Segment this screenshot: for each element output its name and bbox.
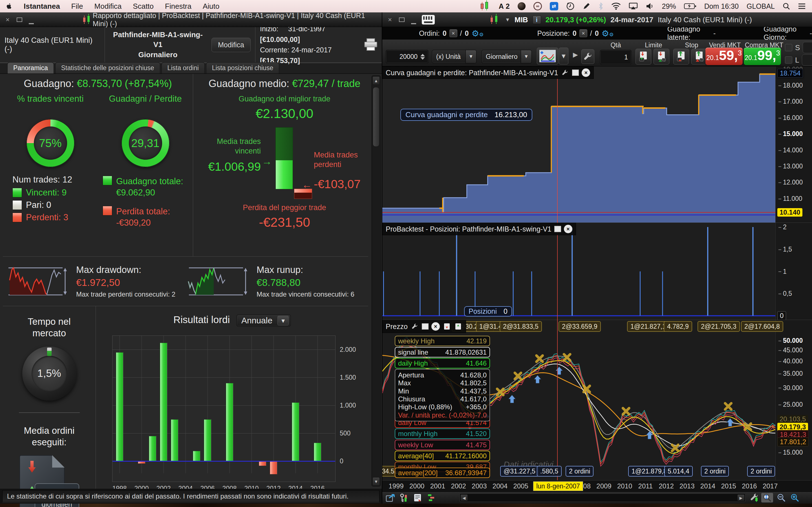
tab-lista-posizioni-chiuse[interactable]: Lista posizioni chiuse bbox=[206, 62, 279, 73]
list-icon[interactable] bbox=[798, 2, 806, 11]
wrench-icon[interactable] bbox=[581, 49, 594, 64]
cancel-orders-icon[interactable]: × bbox=[449, 29, 457, 37]
positions-chip[interactable]: Posizioni0 bbox=[464, 306, 512, 317]
wrench-icon[interactable] bbox=[561, 68, 569, 77]
sphere-icon[interactable] bbox=[518, 2, 525, 11]
timeframe-select[interactable]: Giornaliero▼ bbox=[481, 50, 532, 63]
trade-marker-chip[interactable]: 4.782,9 bbox=[664, 321, 692, 332]
volume-icon[interactable] bbox=[646, 2, 654, 11]
adobe-icon[interactable]: A 2 bbox=[499, 2, 510, 11]
stop-sell-button[interactable] bbox=[673, 49, 689, 64]
menu-item-scatto[interactable]: Scatto bbox=[133, 2, 154, 11]
notes-icon[interactable] bbox=[412, 493, 423, 503]
close-icon[interactable]: × bbox=[581, 68, 590, 77]
menu-region[interactable]: GLOBAL bbox=[747, 2, 775, 10]
clock-icon[interactable] bbox=[566, 2, 574, 11]
tab-lista-ordini[interactable]: Lista ordini bbox=[161, 62, 205, 73]
trade-marker-chip[interactable]: 2@21.705,3 bbox=[698, 321, 740, 332]
limit-buy-button[interactable] bbox=[654, 49, 669, 64]
indicator-chip-monthly-High[interactable]: monthly High41.520 bbox=[395, 429, 490, 439]
tab-panoramica[interactable]: Panoramica bbox=[7, 62, 54, 73]
close-icon[interactable]: × bbox=[4, 16, 11, 24]
trade-marker-chip[interactable]: 2 ordini bbox=[747, 466, 775, 476]
trade-marker-chip[interactable]: 2@33.659,9 bbox=[559, 321, 601, 332]
tab-statistiche-delle-posizioni-chiuse[interactable]: Statistiche delle posizioni chiuse bbox=[55, 62, 160, 73]
teamviewer-icon[interactable]: ⇄ bbox=[550, 2, 558, 11]
indicator-chip-average-40-[interactable]: average[40]41.172,16000 bbox=[395, 451, 490, 461]
trade-marker-chip[interactable]: @31.227,5 bbox=[500, 466, 539, 476]
chart-type-button[interactable] bbox=[537, 48, 558, 64]
stop-buy-button[interactable] bbox=[691, 49, 707, 64]
trade-marker-chip[interactable]: 2@31.833,5 bbox=[500, 321, 542, 332]
menu-app-name[interactable]: Istantanea bbox=[24, 2, 60, 11]
chart-type-dropdown[interactable]: ▼ bbox=[559, 48, 568, 64]
menu-item-file[interactable]: File bbox=[71, 2, 83, 11]
zoom-out-icon[interactable] bbox=[775, 493, 787, 503]
export-icon[interactable] bbox=[385, 493, 396, 503]
trade-marker-chip[interactable]: .580,5 bbox=[537, 466, 562, 476]
buy-mkt-button[interactable]: 20.199,3 bbox=[744, 48, 781, 65]
airplay-icon[interactable] bbox=[629, 2, 638, 11]
indicator-chip-weekly-High[interactable]: weekly High42.119 bbox=[395, 336, 490, 346]
indicator-chip-signal-line[interactable]: signal line41.878,02631 bbox=[395, 347, 490, 357]
window-icon[interactable] bbox=[572, 69, 579, 76]
info-icon[interactable]: i bbox=[532, 15, 541, 24]
trade-marker-chip[interactable]: 1@21.827,1 bbox=[627, 321, 669, 332]
scrollbar-thumb[interactable] bbox=[373, 87, 379, 147]
equity-chip[interactable]: Curva guadagni e perdite16.213,00 bbox=[400, 109, 532, 121]
indicator-chip-average-200-[interactable]: average[200]36.687,93947 bbox=[395, 467, 490, 478]
orders-list-icon[interactable] bbox=[426, 493, 438, 503]
maximize-icon[interactable] bbox=[398, 16, 405, 24]
trade-marker-chip[interactable]: 2 ordini bbox=[566, 466, 594, 476]
close-icon[interactable]: × bbox=[564, 225, 572, 233]
search-icon[interactable] bbox=[783, 2, 790, 11]
collapse-arrow-icon[interactable]: ▶ bbox=[573, 51, 578, 59]
window-icon[interactable] bbox=[554, 226, 561, 232]
results-period-select[interactable]: Annuale▼ bbox=[237, 315, 291, 327]
trade-marker-chip[interactable]: 5.014,4 bbox=[664, 466, 693, 476]
s-checkbox[interactable] bbox=[785, 44, 792, 51]
wifi-icon[interactable] bbox=[611, 2, 621, 11]
wrench-icon[interactable] bbox=[410, 322, 419, 331]
minimize-icon[interactable] bbox=[28, 16, 35, 24]
indicator-chip-weekly-Low[interactable]: weekly Low41.475 bbox=[395, 440, 490, 450]
menu-item-finestra[interactable]: Finestra bbox=[165, 2, 192, 11]
bluetooth-icon[interactable] bbox=[598, 2, 603, 11]
battery-icon[interactable] bbox=[684, 2, 696, 11]
apple-icon[interactable] bbox=[6, 2, 12, 11]
units-stepper[interactable] bbox=[420, 54, 425, 60]
close-icon[interactable]: × bbox=[432, 322, 440, 331]
qty-input[interactable]: 1 bbox=[600, 50, 631, 64]
trade-marker-chip[interactable]: 2@17.604,8 bbox=[741, 321, 783, 332]
minimize-icon[interactable] bbox=[410, 16, 417, 24]
l-value-field[interactable]: 10 bbox=[802, 54, 812, 66]
chart-settings-icon[interactable] bbox=[748, 493, 760, 503]
sell-mkt-button[interactable]: 20.159,3 bbox=[705, 48, 743, 65]
orders-gear-icon[interactable]: ⚙⚙ bbox=[471, 29, 484, 38]
keyboard-icon[interactable] bbox=[422, 15, 435, 24]
zoom-in-icon[interactable] bbox=[789, 493, 801, 503]
key-orders-icon[interactable] bbox=[398, 493, 409, 503]
units-input[interactable]: 20000 bbox=[386, 50, 428, 63]
horizontal-scrollbar[interactable]: ◀ ▶ bbox=[460, 494, 746, 502]
scroll-left-icon[interactable]: ◀ bbox=[460, 494, 468, 501]
units-mode-select[interactable]: (x) Unità▼ bbox=[432, 50, 476, 63]
s-value-field[interactable]: 24 bbox=[803, 42, 812, 53]
menu-item-aiuto[interactable]: Aiuto bbox=[203, 2, 219, 11]
menu-item-modifica[interactable]: Modifica bbox=[94, 2, 122, 11]
close-icon[interactable]: × bbox=[386, 16, 394, 24]
l-checkbox[interactable] bbox=[785, 56, 792, 64]
trade-marker-chip[interactable]: 2 ordini bbox=[701, 466, 729, 476]
pencil-icon[interactable] bbox=[582, 2, 591, 11]
scroll-right-icon[interactable]: ▶ bbox=[737, 494, 745, 501]
close-position-icon[interactable]: × bbox=[579, 29, 587, 37]
maximize-icon[interactable] bbox=[16, 16, 23, 24]
indicator-chip-daily-High[interactable]: daily High41.646 bbox=[395, 358, 490, 369]
position-gear-icon[interactable]: ⚙⚙ bbox=[602, 29, 614, 38]
buy-page-icon[interactable] bbox=[454, 322, 462, 331]
edit-button[interactable]: Modifica bbox=[211, 38, 251, 52]
creative-cloud-icon[interactable]: ∞ bbox=[534, 2, 542, 11]
window-icon[interactable] bbox=[422, 323, 428, 330]
menu-clock[interactable]: Dom 16:30 bbox=[704, 2, 739, 10]
report-scrollbar[interactable]: ▲ ▼ bbox=[371, 75, 380, 487]
